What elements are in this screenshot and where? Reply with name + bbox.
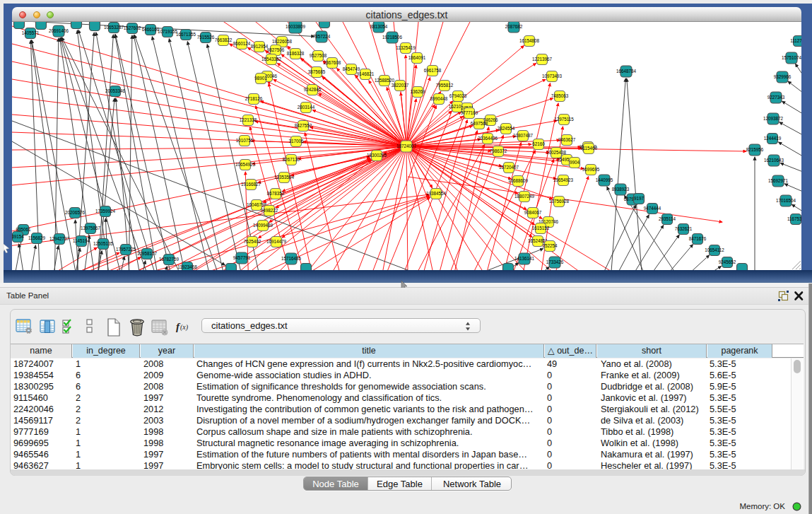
svg-text:16210643: 16210643 [764,158,784,163]
svg-text:16033809: 16033809 [286,24,306,29]
svg-text:1527602: 1527602 [124,25,141,30]
svg-text:8471676: 8471676 [689,236,707,241]
svg-text:9457791: 9457791 [233,255,251,260]
svg-text:15751074: 15751074 [782,55,801,60]
svg-text:10654925: 10654925 [235,162,256,167]
svg-text:1156829: 1156829 [28,235,46,240]
svg-text:12588520: 12588520 [375,78,395,83]
svg-text:14099489: 14099489 [253,223,273,228]
svg-text:1733426: 1733426 [546,259,564,264]
svg-text:9777169: 9777169 [461,110,478,115]
svg-text:1145194: 1145194 [73,238,90,243]
svg-text:7857224: 7857224 [313,34,331,39]
svg-text:9115460: 9115460 [580,146,598,151]
svg-text:16046798: 16046798 [247,202,267,207]
svg-text:19384554: 19384554 [426,191,447,196]
svg-text:2718126: 2718126 [245,96,263,101]
svg-text:19654923: 19654923 [553,177,574,182]
svg-text:6497568: 6497568 [471,121,488,126]
svg-text:1112714: 1112714 [790,38,801,43]
svg-text:10688609: 10688609 [508,178,529,183]
svg-text:12213967: 12213967 [532,57,553,62]
svg-text:9904: 9904 [570,160,580,165]
svg-text:1440995: 1440995 [596,177,613,182]
svg-text:20364436: 20364436 [478,136,498,141]
svg-text:98901: 98901 [254,76,267,81]
svg-text:17016504: 17016504 [776,198,796,203]
svg-text:7955812: 7955812 [436,83,454,88]
svg-text:10973493: 10973493 [542,74,563,78]
svg-text:16914479: 16914479 [266,239,287,244]
svg-text:9084067: 9084067 [524,210,542,215]
svg-text:12505135: 12505135 [93,241,114,246]
svg-text:18226058: 18226058 [272,39,293,44]
svg-text:8660124: 8660124 [233,41,251,46]
svg-text:9245652: 9245652 [719,259,736,264]
svg-text:9463627: 9463627 [558,137,576,142]
svg-text:11325419: 11325419 [396,45,416,50]
svg-text:7632621: 7632621 [675,226,693,231]
svg-text:8454749: 8454749 [343,66,360,71]
svg-text:8678352: 8678352 [267,191,285,196]
svg-text:16782759: 16782759 [159,257,180,262]
svg-text:12942737: 12942737 [49,236,70,241]
svg-text:2935114: 2935114 [659,216,676,221]
svg-text:8186328: 8186328 [287,51,305,56]
svg-text:10653287: 10653287 [104,25,124,30]
svg-text:(x): (x) [180,323,189,332]
svg-text:11923468: 11923468 [177,264,197,269]
svg-text:9227343: 9227343 [767,95,785,100]
svg-text:18807249: 18807249 [514,194,535,199]
svg-text:9329966: 9329966 [774,74,792,79]
svg-text:39154: 39154 [12,234,24,239]
svg-text:18300295: 18300295 [367,153,387,158]
svg-text:8912954: 8912954 [251,44,269,49]
svg-text:10719155: 10719155 [158,29,178,34]
svg-text:12353594: 12353594 [274,175,295,180]
svg-text:7625402: 7625402 [244,239,261,244]
svg-text:19218506: 19218506 [382,35,403,40]
svg-text:19166827: 19166827 [241,182,261,187]
svg-text:2803144: 2803144 [298,105,315,110]
svg-text:2367608: 2367608 [324,60,341,65]
svg-text:1221338: 1221338 [240,117,257,122]
svg-text:20691406: 20691406 [49,28,69,33]
svg-text:7986372: 7986372 [490,148,507,153]
svg-text:9498222: 9498222 [261,208,278,213]
svg-text:12093872: 12093872 [763,116,784,121]
svg-text:8215956: 8215956 [746,147,764,152]
svg-text:17957225: 17957225 [116,247,136,252]
svg-text:9827506: 9827506 [267,47,285,52]
svg-text:3875685: 3875685 [308,69,326,74]
svg-text:1244419: 1244419 [764,136,782,141]
svg-text:9699695: 9699695 [582,167,600,172]
svg-text:12975115: 12975115 [554,117,574,122]
svg-text:9242845: 9242845 [304,87,322,92]
svg-text:1864091: 1864091 [408,55,426,60]
svg-text:3824554: 3824554 [498,126,515,131]
svg-text:17359924: 17359924 [95,209,116,214]
svg-text:8267130: 8267130 [283,157,300,162]
svg-text:10654112: 10654112 [705,247,724,252]
svg-text:9527508: 9527508 [310,53,327,58]
svg-text:13975867: 13975867 [81,226,101,230]
svg-text:317006: 317006 [288,139,304,144]
svg-text:252254: 252254 [542,243,558,248]
svg-text:1405571: 1405571 [22,30,40,35]
svg-text:16154808: 16154808 [519,38,540,43]
svg-text:8427552: 8427552 [295,123,312,128]
svg-text:20053346: 20053346 [105,88,126,93]
svg-text:15720407: 15720407 [499,165,519,170]
svg-text:10958107: 10958107 [137,251,158,256]
svg-text:6794028: 6794028 [449,93,467,98]
svg-text:18724007: 18724007 [396,144,417,148]
svg-text:8938923: 8938923 [612,187,630,192]
svg-text:1010755: 1010755 [236,138,254,143]
svg-text:3822037: 3822037 [392,83,409,88]
svg-text:1615152: 1615152 [532,226,550,230]
svg-text:15692971: 15692971 [768,178,789,183]
svg-text:9146821: 9146821 [357,71,375,76]
svg-text:6961758: 6961758 [424,68,442,73]
svg-text:7485063: 7485063 [551,93,569,98]
svg-text:15716485: 15716485 [281,256,302,261]
